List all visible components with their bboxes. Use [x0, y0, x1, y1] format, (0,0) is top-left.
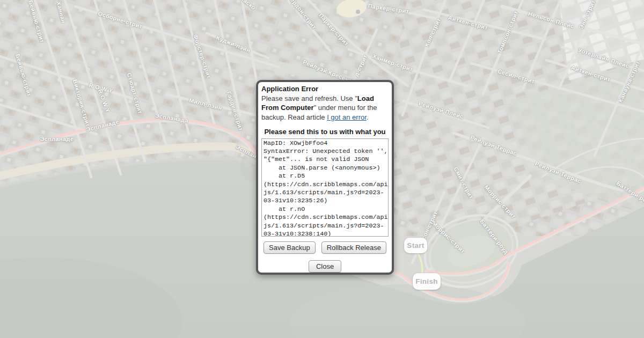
dialog-title: Application Error	[261, 84, 389, 94]
application-error-dialog: Application Error Please save and refres…	[256, 80, 394, 275]
i-got-an-error-link[interactable]: I got an error	[327, 113, 367, 121]
save-backup-button[interactable]: Save Backup	[264, 241, 316, 254]
app-window: Бейвью-стритБейвью-стритХаннанВиктория-с…	[0, 0, 644, 338]
dialog-actions-row: Save Backup Rollback Release	[261, 241, 389, 254]
dialog-close-row: Close	[261, 260, 389, 273]
message-text-1: Please save and refresh. Use "	[261, 94, 357, 102]
close-button[interactable]: Close	[309, 260, 341, 273]
error-details-textarea[interactable]: MapID: XOwjbFfoo4 SyntaxError: Unexpecte…	[261, 138, 389, 237]
message-period: .	[367, 113, 369, 121]
rollback-release-button[interactable]: Rollback Release	[321, 241, 386, 254]
send-instruction: Please send this to us with what you	[261, 127, 389, 137]
dialog-message: Please save and refresh. Use "Load From …	[261, 94, 389, 122]
